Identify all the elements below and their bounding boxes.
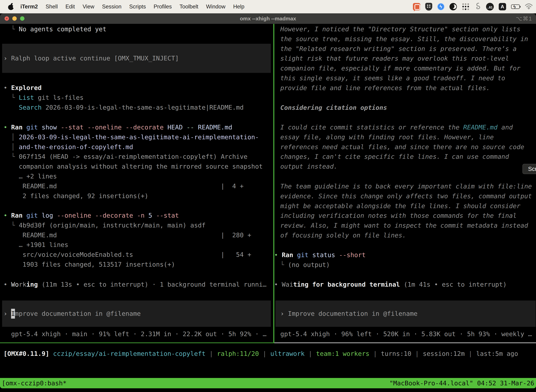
squiggle-icon[interactable] [474,2,481,11]
right-pane: However, I noticed the "Directory Struct… [274,24,536,343]
terminal-line: essay file, along with finding root file… [280,132,536,142]
terminal-line: including verification notes with those … [280,211,536,221]
terminal-line: └ 4b9d30f (origin/main, instructkr/main,… [4,220,273,230]
menu-item-help[interactable]: Help [233,4,244,10]
terminal-line: • Ran git show --stat --oneline --decora… [4,122,273,132]
menu-item-window[interactable]: Window [206,4,225,10]
terminal-line: Considering citation options [280,103,536,112]
left-pane: └ No agents completed yet• Explored └ Li… [0,24,273,343]
terminal-line: • Ran git log --oneline --decorate -n 5 … [4,210,273,220]
terminal-line: 2 files changed, 92 insertions(+) [4,191,273,201]
left-injected-prompt-box[interactable]: › Ralph loop active continue [OMX_TMUX_I… [2,44,271,73]
terminal-line: companion file, especially if more comme… [280,63,536,73]
dot-grid-icon[interactable] [462,3,469,10]
window-title: omx --xhigh --madmax [0,13,536,24]
terminal-line: provide file and line references from th… [280,83,536,93]
terminal-line: I could cite commit statistics or refere… [280,122,536,132]
battery-icon[interactable]: ϟ [511,5,520,9]
prompt-chevron: › [280,309,288,319]
screen-share-chip[interactable]: Scre [522,164,536,174]
apple-menu-icon[interactable] [8,3,14,10]
omx-ultrawork-flag: ultrawork [270,350,305,357]
menu-item-edit[interactable]: Edit [65,4,75,10]
count-badge-icon[interactable]: ..61 [486,3,494,10]
menu-bar: iTerm2ShellEditViewSessionScriptsProfile… [0,0,536,13]
tmux-host-clock: "MacBook-Pro-44.local" 04:52 31-Mar-26 [389,378,534,388]
right-model-statusline: gpt-5.4 xhigh · 96% left · 520K in · 5.8… [280,329,536,339]
terminal-line: the "Related research writing" section i… [280,44,536,54]
prompt-chevron: › [4,53,11,63]
terminal-line: … +2 lines [4,171,273,181]
terminal-line: The team guideline is to back every impo… [280,182,536,191]
menu-item-shell[interactable]: Shell [46,4,58,10]
terminal-line: │ and-the-erosion-of-copyleft.md [4,142,273,152]
window-titlebar[interactable]: omx --xhigh --madmax ⌥⌘1 [0,13,536,24]
left-model-statusline: gpt-5.4 xhigh · main · 91% left · 2.31M … [4,329,273,339]
terminal-line: README.md | 280 + [4,230,273,240]
terminal-line: of focusing solely on file lines. [280,230,536,240]
terminal-line: └ 067f154 (HEAD -> essay/ai-reimplementa… [4,152,273,162]
input-source-icon[interactable]: A [499,3,506,10]
menu-item-toolbelt[interactable]: Toolbelt [180,4,198,10]
shield-grid-icon[interactable] [425,3,432,10]
wifi-icon[interactable] [525,3,533,10]
terminal-line: the source tree, missing the essay. Stil… [280,34,536,44]
chat-app-icon[interactable] [413,3,420,10]
menu-item-profiles[interactable]: Profiles [153,4,172,10]
text-cursor: I [11,309,15,319]
terminal-line: • Waiting for background terminal (1m 41… [280,280,536,289]
terminal-line: 1903 files changed, 513517 insertions(+) [4,260,273,269]
left-input-placeholder: mprove documentation in @filename [15,309,141,319]
window-shortcut-badge: ⌥⌘1 [516,13,532,24]
terminal-line: README.md | 4 + [4,181,273,191]
terminal-line: └ (no output) [280,260,536,270]
menu-item-scripts[interactable]: Scripts [129,4,146,10]
terminal-line: this single essay, it seems like a good … [280,73,536,83]
tmux-status-bar: [omx-cczip0:bash* "MacBook-Pro-44.local"… [0,378,536,388]
omx-last-activity: last:5m ago [476,350,518,357]
terminal-line: └ List git ls-files [4,93,273,103]
omx-ralph-counter: ralph:11/20 [217,350,259,357]
terminal-line: slight risk that future readers may over… [280,54,536,63]
tmux-session-window[interactable]: [omx-cczip0:bash* [2,378,67,388]
omx-branch-path: cczip/essay/ai-reimplementation-copyleft [53,350,206,357]
terminal-line: src/voice/voiceModeEnabled.ts | 54 + [4,250,273,260]
menu-item-view[interactable]: View [83,4,94,10]
crescent-icon[interactable] [450,3,457,10]
terminal-line: • Explored [4,83,273,93]
terminal-area: └ No agents completed yet• Explored └ Li… [0,24,536,388]
omx-version-badge: [OMX#0.11.9] [4,350,49,357]
terminal-line: … +1901 lines [4,240,273,250]
terminal-line: references need actual files, and since … [280,142,536,152]
terminal-line: Search 2026-03-09-is-legal-the-same-as-l… [4,103,273,112]
left-input-box[interactable]: › Improve documentation in @filename [2,300,271,327]
menu-items: iTerm2ShellEditViewSessionScriptsProfile… [20,4,244,10]
tmux-left-pane-border [0,342,273,343]
omx-team-workers: team:1 workers [316,350,369,357]
terminal-line: review. Also, I might want to inspect th… [280,221,536,230]
terminal-line: • Working (11m 13s • esc to interrupt) ·… [4,280,273,289]
right-input-box[interactable]: › Improve documentation in @filename [275,300,536,327]
terminal-line: │ 2026-03-09-is-legal-the-same-as-legiti… [4,132,273,142]
blue-bolt-icon[interactable]: ϟ [437,3,445,10]
terminal-line: └ No agents completed yet [4,24,273,34]
terminal-line: might be acceptable alongside the file l… [280,201,536,211]
menu-status-icons: ϟ ..61 A ϟ [413,0,533,13]
omx-session-time: session:12m [423,350,464,357]
omx-status-bar: [OMX#0.11.9] cczip/essay/ai-reimplementa… [4,349,518,359]
iterm-window: omx --xhigh --madmax ⌥⌘1 └ No agents com… [0,13,536,388]
terminal-line: • Ran git status --short [280,250,536,260]
left-injected-prompt-text: Ralph loop active continue [OMX_TMUX_INJ… [11,53,179,63]
prompt-chevron: › [4,309,11,319]
right-input-placeholder: Improve documentation in @filename [288,309,417,319]
terminal-line: evidence. Since this change only affects… [280,191,536,201]
terminal-line: output instead. [280,162,536,171]
terminal-line: However, I noticed the "Directory Struct… [280,24,536,34]
terminal-line: changes, I can't cite specific file line… [280,152,536,162]
menu-item-iterm2[interactable]: iTerm2 [20,4,38,10]
terminal-line: companion analysis without altering the … [4,162,273,171]
menu-item-session[interactable]: Session [102,4,121,10]
omx-turns: turns:10 [381,350,411,357]
